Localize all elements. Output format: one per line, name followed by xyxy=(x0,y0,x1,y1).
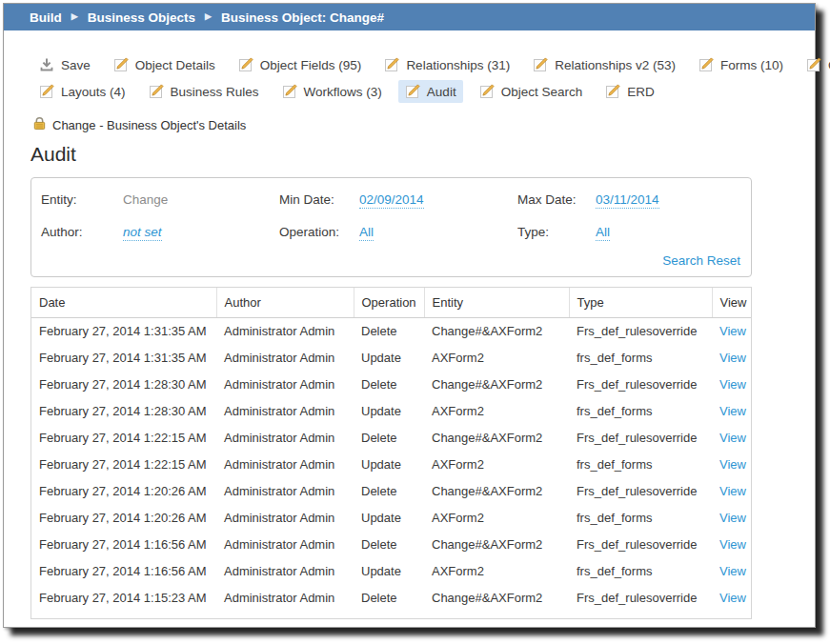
pencil-icon xyxy=(605,84,620,99)
operation-value[interactable]: All xyxy=(359,225,374,241)
cell-type: frs_def_forms xyxy=(569,451,712,477)
search-link[interactable]: Search xyxy=(662,253,703,268)
relationships-button[interactable]: Relationships (31) xyxy=(377,53,516,76)
view-link[interactable]: View xyxy=(719,591,746,605)
view-link[interactable]: View xyxy=(719,511,746,525)
pencil-icon xyxy=(405,84,420,99)
object-search-button[interactable]: Object Search xyxy=(473,80,590,103)
view-link[interactable]: View xyxy=(719,351,746,365)
toolbar-row-2: Layouts (4) Business Rules Workflows (3)… xyxy=(32,80,815,103)
cell-author: Administrator Admin xyxy=(216,504,354,531)
cell-date: February 27, 2014 1:20:26 AM xyxy=(31,504,216,531)
forms-button[interactable]: Forms (10) xyxy=(692,53,790,76)
pencil-icon xyxy=(238,57,253,72)
view-link[interactable]: View xyxy=(719,404,746,418)
toolbar-label: Object Fields (95) xyxy=(260,58,362,72)
cell-author: Administrator Admin xyxy=(216,531,354,557)
cell-entity: Change#&AXForm2 xyxy=(424,477,569,504)
object-fields-button[interactable]: Object Fields (95) xyxy=(232,53,369,76)
page-title: Audit xyxy=(30,143,815,166)
table-row: February 27, 2014 1:20:26 AM Administrat… xyxy=(31,504,751,531)
author-value[interactable]: not set xyxy=(123,225,162,241)
table-row: February 27, 2014 1:22:15 AM Administrat… xyxy=(31,424,751,451)
business-rules-button[interactable]: Business Rules xyxy=(142,80,266,103)
min-date-value[interactable]: 02/09/2014 xyxy=(359,192,424,209)
cell-author: Administrator Admin xyxy=(216,344,354,371)
toolbar-label: ERD xyxy=(627,85,655,99)
pencil-icon xyxy=(113,57,129,72)
cell-author: Administrator Admin xyxy=(216,557,354,584)
table-row: February 27, 2014 1:22:15 AM Administrat… xyxy=(31,451,751,477)
cell-operation: Update xyxy=(354,504,424,531)
breadcrumb-separator-icon: ▶ xyxy=(71,11,78,21)
audit-button[interactable]: Audit xyxy=(398,80,463,103)
reset-link[interactable]: Reset xyxy=(707,253,740,268)
view-link[interactable]: View xyxy=(719,431,746,445)
max-date-value[interactable]: 03/11/2014 xyxy=(596,192,659,209)
toolbar-label: Object Details xyxy=(135,58,215,72)
column-header-type: Type xyxy=(569,288,712,317)
column-header-date: Date xyxy=(31,288,216,317)
audit-table: Date Author Operation Entity Type View F… xyxy=(31,288,751,611)
cell-date: February 27, 2014 1:31:35 AM xyxy=(31,344,216,371)
cell-date: February 27, 2014 1:20:26 AM xyxy=(31,477,216,504)
cell-date: February 27, 2014 1:22:15 AM xyxy=(31,451,216,477)
cell-type: frs_def_forms xyxy=(569,344,712,371)
cell-author: Administrator Admin xyxy=(216,477,354,504)
toolbar-label: Relationships (31) xyxy=(406,58,510,72)
cell-operation: Delete xyxy=(354,584,424,611)
cell-entity: AXForm2 xyxy=(424,451,569,477)
app-window: Build ▶ Business Objects ▶ Business Obje… xyxy=(3,3,816,628)
cell-entity: AXForm2 xyxy=(424,344,569,371)
cell-date: February 27, 2014 1:28:30 AM xyxy=(31,371,216,397)
cell-author: Administrator Admin xyxy=(216,371,354,397)
cell-date: February 27, 2014 1:22:15 AM xyxy=(31,424,216,451)
cell-entity: Change#&AXForm2 xyxy=(424,371,569,397)
table-row: February 27, 2014 1:20:26 AM Administrat… xyxy=(31,477,751,504)
filter-actions: Search Reset xyxy=(662,253,740,268)
table-row: February 27, 2014 1:31:35 AM Administrat… xyxy=(31,317,751,344)
breadcrumb-item-business-objects[interactable]: Business Objects xyxy=(88,10,195,25)
cell-author: Administrator Admin xyxy=(216,317,354,344)
cell-type: Frs_def_rulesoverride xyxy=(569,371,712,397)
type-value[interactable]: All xyxy=(596,225,610,241)
layouts-button[interactable]: Layouts (4) xyxy=(32,80,132,103)
cell-operation: Update xyxy=(354,451,424,477)
pencil-icon xyxy=(479,84,495,99)
view-link[interactable]: View xyxy=(719,457,746,472)
filter-grid: Entity: Change Min Date: 02/09/2014 Max … xyxy=(31,178,751,241)
column-header-entity: Entity xyxy=(424,288,569,317)
min-date-label: Min Date: xyxy=(279,192,359,209)
erd-button[interactable]: ERD xyxy=(598,80,661,103)
lock-icon xyxy=(32,116,47,133)
cell-type: frs_def_forms xyxy=(569,557,712,584)
relationships-v2-button[interactable]: Relationships v2 (53) xyxy=(526,53,682,76)
save-button[interactable]: Save xyxy=(32,53,97,76)
toolbar-label: Layouts (4) xyxy=(61,85,126,99)
cell-entity: AXForm2 xyxy=(424,397,569,424)
cell-type: Frs_def_rulesoverride xyxy=(569,317,712,344)
pencil-icon xyxy=(282,84,297,99)
view-link[interactable]: View xyxy=(719,537,746,552)
cell-operation: Delete xyxy=(354,317,424,344)
breadcrumb-item-business-object-change[interactable]: Business Object: Change# xyxy=(221,10,384,25)
view-link[interactable]: View xyxy=(719,324,746,338)
table-row: February 27, 2014 1:31:35 AM Administrat… xyxy=(31,344,751,371)
column-header-view: View xyxy=(712,288,751,317)
cell-entity: AXForm2 xyxy=(424,504,569,531)
view-link[interactable]: View xyxy=(719,377,746,392)
object-details-button[interactable]: Object Details xyxy=(107,53,222,76)
pencil-icon xyxy=(533,57,548,72)
toolbar-label: Relationships v2 (53) xyxy=(555,58,676,72)
cell-entity: AXForm2 xyxy=(424,557,569,584)
breadcrumb-item-build[interactable]: Build xyxy=(30,10,62,25)
cell-type: frs_def_forms xyxy=(569,504,712,531)
grids-button[interactable]: Grids (3) xyxy=(800,53,830,76)
cell-type: Frs_def_rulesoverride xyxy=(569,584,712,611)
pencil-icon xyxy=(39,84,54,99)
view-link[interactable]: View xyxy=(719,484,746,498)
view-link[interactable]: View xyxy=(719,564,746,578)
table-row: February 27, 2014 1:16:56 AM Administrat… xyxy=(31,557,751,584)
workflows-button[interactable]: Workflows (3) xyxy=(275,80,389,103)
cell-author: Administrator Admin xyxy=(216,424,354,451)
